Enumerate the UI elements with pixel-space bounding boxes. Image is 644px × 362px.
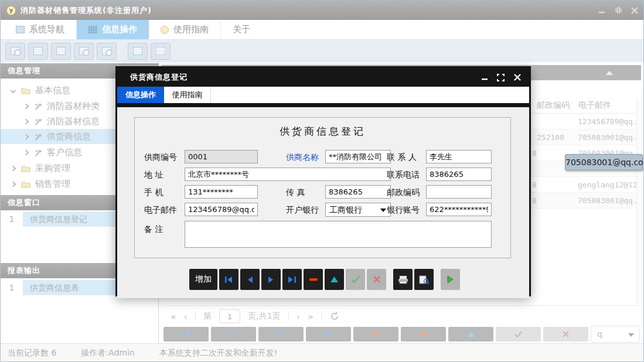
tab-about[interactable]: 关于 <box>221 20 262 39</box>
tab-user-guide[interactable]: 使用指南 <box>149 20 221 39</box>
cell-email: genglang12@126 <box>578 180 644 189</box>
chevron-right-icon[interactable] <box>11 165 16 171</box>
remark-field[interactable] <box>185 221 492 248</box>
chevron-right-icon[interactable] <box>23 149 29 155</box>
next-record-button[interactable] <box>261 269 281 290</box>
cell-zip: 252100 <box>537 133 573 142</box>
fax-field[interactable] <box>325 185 391 199</box>
supplier-form: 供货商信息登记 供商编号 供商名称 联 系 人 地 址 联系电话 手 机 传 真… <box>134 117 511 258</box>
nav-next-button[interactable] <box>258 327 304 341</box>
bank-combobox[interactable]: 工商银行 <box>325 203 391 217</box>
record-combobox[interactable]: q <box>591 326 640 343</box>
prev-record-button[interactable] <box>240 269 260 290</box>
supplier-registration-dialog: 供货商信息登记 信息操作 使用指南 供货商信息登记 供商编号 供商名 <box>115 66 531 296</box>
selection-button[interactable] <box>151 43 171 60</box>
fax-label: 传 真 <box>286 185 305 199</box>
dialog-minimize-button[interactable] <box>481 74 488 81</box>
run-report-button[interactable] <box>441 269 460 290</box>
print-preview-button[interactable] <box>414 269 434 290</box>
record-search-button[interactable] <box>5 43 25 60</box>
phone-field[interactable] <box>426 168 492 181</box>
dialog-tab-user-guide[interactable]: 使用指南 <box>164 87 211 103</box>
nav-prev-button[interactable] <box>211 327 256 341</box>
last-record-button[interactable] <box>282 269 302 290</box>
refresh-icon[interactable] <box>329 311 340 322</box>
remark-label: 备 注 <box>144 222 163 236</box>
tool-icon <box>34 133 42 141</box>
next-page-button[interactable]: › <box>297 311 300 322</box>
tab-info-operation[interactable]: 信息操作 <box>77 20 149 39</box>
bank-value: 工商银行 <box>329 205 362 214</box>
print-button[interactable] <box>393 269 413 290</box>
dialog-tab-info-operation[interactable]: 信息操作 <box>117 87 164 103</box>
clock-icon <box>161 26 169 34</box>
tool-icon <box>34 118 42 125</box>
window-title: 消防器材销售管理系统(非注册用户) <box>21 5 152 16</box>
record-count: 当前记录数 6 <box>8 348 56 358</box>
delete-record-button[interactable] <box>304 269 323 290</box>
cancel-button[interactable] <box>367 269 386 290</box>
first-page-button[interactable]: « <box>171 311 176 322</box>
nav-edit-button[interactable] <box>448 327 493 341</box>
cell-email: 705083001@qq.co <box>578 196 644 205</box>
monitor-button[interactable] <box>97 43 117 60</box>
edit-record-button[interactable] <box>325 269 344 290</box>
address-label: 地 址 <box>144 168 163 182</box>
dropdown-arrow-icon <box>380 209 386 212</box>
nav-first-button[interactable] <box>163 327 209 341</box>
address-field[interactable] <box>185 168 391 181</box>
insert-icon <box>133 47 142 55</box>
document-button[interactable] <box>51 43 71 60</box>
phone-label: 联系电话 <box>387 168 420 182</box>
email-field[interactable] <box>185 203 258 216</box>
operator-label: 操作者:Admin <box>81 348 134 358</box>
chevron-right-icon[interactable] <box>11 181 16 187</box>
supplier-no-field[interactable] <box>185 150 258 163</box>
data-grid-button[interactable] <box>28 43 48 60</box>
tree-item-label: 客户信息 <box>47 147 82 158</box>
last-page-button[interactable]: » <box>308 311 314 322</box>
tab-label: 关于 <box>233 24 250 35</box>
minimize-button[interactable] <box>598 6 606 15</box>
chevron-down-icon[interactable] <box>11 87 16 93</box>
tab-system-nav[interactable]: 系统导航 <box>4 20 77 39</box>
supplier-name-field[interactable] <box>325 150 391 163</box>
nav-cancel-button[interactable] <box>543 327 588 341</box>
datagrid-icon <box>33 47 43 55</box>
page-number-input[interactable] <box>219 309 240 323</box>
chevron-right-icon[interactable] <box>23 134 29 139</box>
document-icon <box>56 47 66 55</box>
add-button[interactable]: 增加 <box>189 269 217 290</box>
chevron-right-icon[interactable] <box>23 103 29 109</box>
mobile-field[interactable] <box>185 185 258 199</box>
dialog-close-button[interactable] <box>513 74 521 81</box>
dialog-maximize-button[interactable] <box>497 74 505 81</box>
first-record-button[interactable] <box>219 269 238 290</box>
column-header-zip[interactable]: 邮政编码 <box>537 100 570 111</box>
column-header-email[interactable]: 电子邮件 <box>571 100 611 111</box>
tab-label: 信息操作 <box>102 24 137 35</box>
nav-add-button[interactable] <box>353 327 398 341</box>
zip-field[interactable] <box>426 185 492 199</box>
restore-button[interactable] <box>614 6 622 15</box>
confirm-button[interactable] <box>346 269 365 290</box>
nav-last-button[interactable] <box>306 327 351 341</box>
chevron-right-icon[interactable] <box>23 118 29 124</box>
operator-button[interactable] <box>74 43 94 60</box>
vertical-scrollbar[interactable] <box>636 98 643 303</box>
menu-bar: 系统导航 信息操作 使用指南 关于 <box>1 20 644 40</box>
record-insert-button[interactable] <box>128 43 148 60</box>
contact-label: 联 系 人 <box>387 150 417 164</box>
nav-delete-button[interactable] <box>401 327 446 341</box>
account-label: 银行账号 <box>387 203 420 217</box>
main-titlebar: y 消防器材销售管理系统(非注册用户) <box>1 1 644 20</box>
prev-page-button[interactable]: ‹ <box>184 311 188 322</box>
monitor-icon <box>102 47 111 55</box>
account-field[interactable] <box>426 203 492 216</box>
page-prefix: 第 <box>203 311 212 322</box>
close-button[interactable] <box>631 6 639 15</box>
collapse-panel-icon[interactable] <box>606 71 613 75</box>
tree-item-label: 消防器材种类 <box>47 101 100 112</box>
nav-confirm-button[interactable] <box>496 327 541 341</box>
contact-field[interactable] <box>426 150 492 163</box>
